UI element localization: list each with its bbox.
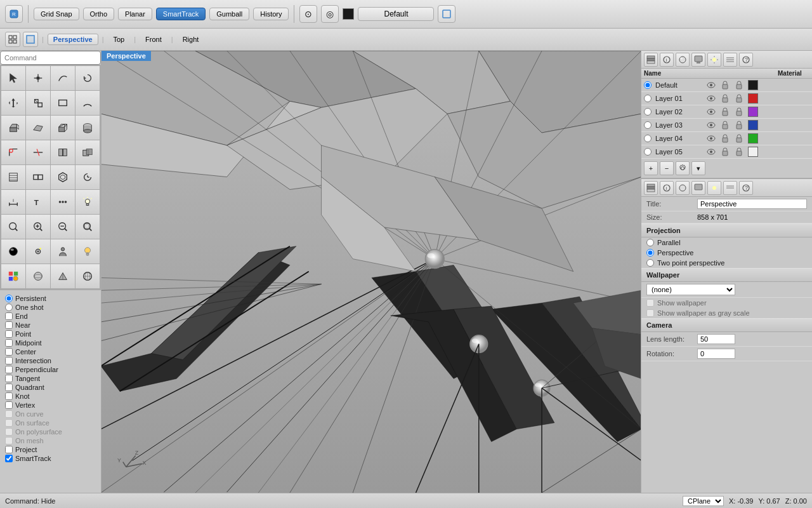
- planar-btn[interactable]: Planar: [118, 8, 152, 20]
- snap-perp-check[interactable]: [5, 366, 13, 373]
- target-icon[interactable]: ◎: [321, 5, 339, 23]
- tab-front[interactable]: Front: [140, 34, 167, 45]
- layer-05-eye[interactable]: [706, 147, 716, 157]
- layer-row-default[interactable]: Default: [641, 79, 812, 92]
- snap-persistent-radio[interactable]: [5, 295, 13, 302]
- person-tool[interactable]: [51, 239, 75, 264]
- gumball-btn[interactable]: Gumball: [209, 8, 249, 20]
- default-preset-btn[interactable]: Default: [358, 7, 434, 21]
- show-wallpaper-gray-check[interactable]: [646, 309, 654, 317]
- camera-tool[interactable]: [26, 239, 50, 264]
- split-tool[interactable]: [51, 140, 75, 164]
- props-sun-icon[interactable]: [707, 181, 721, 195]
- sphere-tool[interactable]: [26, 264, 50, 288]
- layer-01-eye[interactable]: [706, 93, 716, 104]
- surface-tool[interactable]: [26, 116, 50, 140]
- layer-row-04[interactable]: Layer 04: [641, 132, 812, 145]
- view-single-icon[interactable]: [23, 32, 38, 47]
- layer-row-03[interactable]: Layer 03: [641, 119, 812, 132]
- wallpaper-select[interactable]: (none): [646, 284, 735, 295]
- snap-tangent-check[interactable]: [5, 375, 13, 382]
- ortho-btn[interactable]: Ortho: [83, 8, 115, 20]
- zoom-extent-tool[interactable]: [75, 215, 100, 239]
- layer-row-02[interactable]: Layer 02: [641, 105, 812, 119]
- dim-tool[interactable]: [1, 190, 25, 214]
- layer-row-05[interactable]: Layer 05: [641, 145, 812, 159]
- layer-default-color[interactable]: [748, 80, 758, 90]
- box-tool[interactable]: [51, 116, 75, 140]
- point-tool[interactable]: [26, 66, 50, 90]
- props-grid-icon[interactable]: [723, 181, 737, 195]
- layer-01-radio[interactable]: [644, 95, 652, 102]
- group-tool[interactable]: [26, 165, 50, 189]
- layer-04-radio[interactable]: [644, 135, 652, 142]
- dots-tool[interactable]: [51, 190, 75, 214]
- light-tool[interactable]: [75, 190, 100, 214]
- layer-settings-btn[interactable]: [676, 161, 690, 175]
- rotation-input[interactable]: [697, 349, 735, 359]
- tab-top[interactable]: Top: [107, 34, 130, 45]
- sun-icon[interactable]: [707, 53, 721, 67]
- props-object-icon[interactable]: i: [660, 181, 674, 195]
- snap-quadrant-check[interactable]: [5, 384, 13, 391]
- hatch-tool[interactable]: [1, 165, 25, 189]
- layer-02-eye[interactable]: [706, 107, 716, 117]
- cage-tool[interactable]: [51, 165, 75, 189]
- parallel-label[interactable]: Parallel: [657, 239, 681, 246]
- layer-01-lock[interactable]: [720, 93, 730, 104]
- layer-default-lock2[interactable]: [734, 80, 744, 90]
- perspective-radio[interactable]: [646, 249, 654, 257]
- prop-title-input[interactable]: [697, 199, 807, 209]
- layer-default-lock[interactable]: [720, 80, 730, 90]
- rotate-tool[interactable]: [75, 66, 100, 90]
- bulb-tool[interactable]: [75, 239, 100, 264]
- color-swatch[interactable]: [343, 8, 354, 20]
- boolean-tool[interactable]: [75, 140, 100, 164]
- layer-04-eye[interactable]: [706, 133, 716, 144]
- snap-vertex-check[interactable]: [5, 401, 13, 409]
- history-tool[interactable]: [75, 165, 100, 189]
- snap-intersection-check[interactable]: [5, 357, 13, 364]
- command-input[interactable]: [0, 51, 101, 65]
- text-tool[interactable]: T: [26, 190, 50, 214]
- perspective-label[interactable]: Perspective: [657, 249, 693, 257]
- remove-layer-btn[interactable]: −: [660, 161, 674, 175]
- layer-01-color[interactable]: [748, 93, 758, 104]
- camera-icon[interactable]: ⊙: [299, 5, 317, 23]
- snap-knot-check[interactable]: [5, 392, 13, 400]
- analyze-tool[interactable]: [1, 215, 25, 239]
- trim-tool[interactable]: [26, 140, 50, 164]
- snap-project-check[interactable]: [5, 446, 13, 453]
- paint-tool[interactable]: [1, 264, 25, 288]
- help-icon[interactable]: ?: [739, 53, 753, 67]
- layer-05-radio[interactable]: [644, 148, 652, 156]
- move-tool[interactable]: [1, 91, 25, 115]
- layer-default-radio[interactable]: [644, 81, 652, 89]
- grid-settings-icon[interactable]: [723, 53, 737, 67]
- layer-row-01[interactable]: Layer 01: [641, 92, 812, 105]
- layer-02-color[interactable]: [748, 107, 758, 117]
- material-tool[interactable]: [1, 239, 25, 264]
- layer-dropdown-btn[interactable]: ▾: [691, 161, 705, 175]
- layer-03-lock2[interactable]: [734, 120, 744, 130]
- layer-04-lock2[interactable]: [734, 133, 744, 144]
- snap-center-check[interactable]: [5, 348, 13, 356]
- mesh-tool[interactable]: [51, 264, 75, 288]
- grid-snap-btn[interactable]: Grid Snap: [34, 8, 79, 20]
- tab-perspective[interactable]: Perspective: [48, 34, 98, 45]
- layer-05-lock2[interactable]: [734, 147, 744, 157]
- rect-tool[interactable]: [51, 91, 75, 115]
- props-material-icon[interactable]: [676, 181, 690, 195]
- tab-right[interactable]: Right: [177, 34, 205, 45]
- select-tool[interactable]: [1, 66, 25, 90]
- layer-04-color[interactable]: [748, 133, 758, 144]
- show-wallpaper-check[interactable]: [646, 299, 654, 307]
- viewport[interactable]: Perspective: [102, 51, 641, 493]
- layers-icon[interactable]: [644, 53, 658, 67]
- props-help-icon[interactable]: ?: [739, 181, 753, 195]
- layer-03-color[interactable]: [748, 120, 758, 130]
- lens-input[interactable]: [697, 334, 735, 344]
- add-layer-btn[interactable]: +: [644, 161, 658, 175]
- cylinder-tool[interactable]: [75, 116, 100, 140]
- settings-icon[interactable]: [438, 5, 455, 23]
